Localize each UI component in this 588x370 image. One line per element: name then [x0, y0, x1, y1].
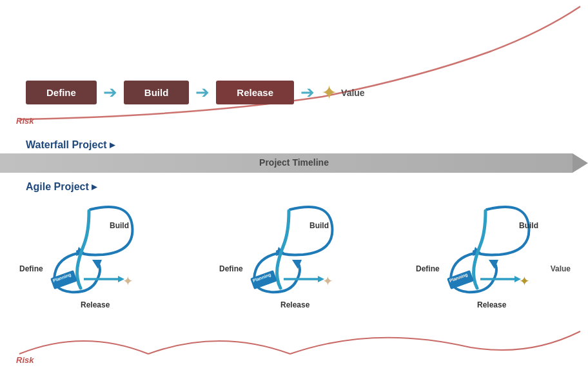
arrow2: ➔: [195, 83, 210, 102]
svg-text:✦: ✦: [519, 274, 530, 288]
cycle3-release-label: Release: [477, 300, 506, 309]
waterfall-boxes: Define ➔ Build ➔ Release ➔ ✦ Value: [26, 81, 365, 104]
arrow1: ➔: [103, 83, 117, 102]
release-box: Release: [216, 81, 294, 104]
cycle2-define-label: Define: [219, 264, 243, 273]
build-box: Build: [124, 81, 190, 104]
agile-cycle-3: Planning ✦ Define Build Release Value: [416, 197, 558, 309]
timeline-label: Project Timeline: [259, 157, 329, 168]
svg-text:✦: ✦: [322, 274, 333, 288]
cycle1-build-label: Build: [110, 221, 129, 230]
value-label: Value: [341, 88, 365, 98]
value-star: ✦: [321, 81, 337, 104]
risk-label-top: Risk: [16, 116, 34, 126]
svg-text:✦: ✦: [122, 274, 133, 288]
agile-cycle-1: Planning Planning ✦ Define Build Release: [19, 197, 148, 309]
waterfall-title: Waterfall Project ▸: [26, 139, 115, 151]
cycle2-build-label: Build: [309, 221, 329, 230]
define-box: Define: [26, 81, 97, 104]
agile-title: Agile Project ▸: [26, 180, 97, 193]
timeline-arrowhead: [573, 153, 588, 173]
cycle3-build-label: Build: [519, 221, 538, 230]
agile-cycle-2: Planning ✦ Define Build Release: [219, 197, 348, 309]
arrow3: ➔: [300, 83, 315, 102]
cycle3-define-label: Define: [416, 264, 440, 273]
cycle2-release-label: Release: [280, 300, 309, 309]
risk-label-bottom: Risk: [16, 355, 34, 365]
cycle1-release-label: Release: [81, 300, 110, 309]
cycle1-define-label: Define: [19, 264, 43, 273]
cycle3-value-label: Value: [551, 264, 571, 273]
